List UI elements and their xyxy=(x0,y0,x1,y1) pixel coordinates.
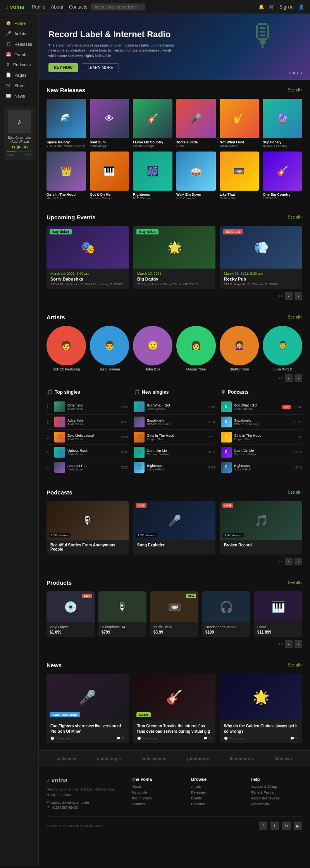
event-card[interactable]: 🎭 Buy ticket March 14, 2021, 8:00 pm Sor… xyxy=(46,226,129,289)
top-single-row[interactable]: 4🎵Upbeat RockAudioPizza5:42 xyxy=(46,445,128,460)
product-card[interactable]: 🎙 Microphone R4 $799 xyxy=(98,591,146,637)
footer-link[interactable]: Pricing plans xyxy=(132,796,183,800)
footer-link[interactable]: My profile xyxy=(132,790,183,794)
footer-link[interactable]: Podcasts xyxy=(191,802,243,806)
sidebar-item-podcasts[interactable]: 🎙Podcasts xyxy=(0,60,38,70)
footer-link[interactable]: Releases xyxy=(191,790,243,794)
podcast-list-row[interactable]: 🎙Got What I GotJason AldeanLIVE58:45 xyxy=(221,400,302,415)
nav-profile[interactable]: Profile xyxy=(32,4,45,10)
slide-prev-arrow[interactable]: ‹ xyxy=(297,70,299,76)
event-badge[interactable]: Sold out xyxy=(223,229,243,234)
release-card[interactable]: 👁Said SumMoneybagg xyxy=(90,99,129,148)
events-prev-arrow[interactable]: ‹ xyxy=(285,292,293,300)
notification-icon[interactable]: 🔔 xyxy=(258,4,264,10)
event-badge[interactable]: Buy ticket xyxy=(136,229,158,234)
social-button-twitter[interactable]: t xyxy=(270,822,279,830)
social-button-youtube[interactable]: ▶ xyxy=(294,822,302,830)
podcast-card[interactable]: 🎵 LIVE 3.0K viewers Broken Record xyxy=(220,501,302,555)
event-card[interactable]: 🌟 Buy ticket March 15, 2021 Big Daddy 71… xyxy=(133,226,215,289)
slide-next-arrow[interactable]: › xyxy=(300,70,302,76)
podcast-card[interactable]: 🎤 LIVE 1.7K viewers Song Exploder xyxy=(133,501,215,555)
sidebar-item-pages[interactable]: 📄Pages xyxy=(0,70,38,80)
sidebar-item-home[interactable]: 🏠Home xyxy=(0,18,38,28)
nav-about[interactable]: About xyxy=(51,4,63,10)
news-card[interactable]: 🎸 Music Tom Grennan 'breaks the internet… xyxy=(133,674,215,743)
artists-prev-arrow[interactable]: ‹ xyxy=(285,374,293,382)
top-single-row[interactable]: 1🎵CinematicAudioPizza2:05 xyxy=(46,400,128,415)
player-controls[interactable]: ⏮ ▶ ⏭ xyxy=(7,144,31,150)
release-card[interactable]: 🎤Tootsie SlideDrake xyxy=(176,99,216,148)
release-card[interactable]: 📼Like ThatStafflon Don xyxy=(220,152,259,200)
user-icon[interactable]: 👤 xyxy=(298,4,304,10)
top-single-row[interactable]: 5🎵Ambient PopAudioPizza3:02 xyxy=(46,460,128,475)
footer-link[interactable]: Supported devices xyxy=(251,796,302,800)
sidebar-item-news[interactable]: 📰News xyxy=(0,91,38,101)
nav-logo[interactable]: ♪ volna xyxy=(6,4,24,10)
release-card[interactable]: 🥁Walk Em DownNLE Choppa xyxy=(176,152,216,200)
release-card[interactable]: 🎸One Big CountryLOCASH xyxy=(263,152,302,200)
news-see-all[interactable]: See all › xyxy=(288,663,302,667)
play-button[interactable]: ▶ xyxy=(17,144,21,150)
footer-link[interactable]: Account & Billing xyxy=(251,785,302,789)
top-single-row[interactable]: 3🎵Epic MotivationalAudioPizza5:30 xyxy=(46,430,128,445)
release-card[interactable]: 🎹Got It On MeSummer Walker xyxy=(90,152,129,200)
new-single-row[interactable]: 🎵RighteousJuice WRLD5:04 xyxy=(134,460,215,475)
artists-see-all[interactable]: See all › xyxy=(288,315,302,319)
product-card[interactable]: 🎧 Headphones Z8-991 $199 xyxy=(202,591,250,637)
new-single-row[interactable]: 🎵Got What I GotJason Aldean2:58 xyxy=(134,400,215,415)
artists-next-arrow[interactable]: › xyxy=(294,374,302,382)
podcast-list-row[interactable]: 🎙RighteousJuice WRLD51:41 xyxy=(221,460,302,475)
release-card[interactable]: 🎷Got What I GotJason Aldean xyxy=(220,99,259,148)
footer-link[interactable]: Contacts xyxy=(132,802,183,806)
slide-dot-1[interactable] xyxy=(289,72,291,74)
podcast-list-row[interactable]: 🎙Girls In The HoodMegan Thee33:78 xyxy=(221,430,302,445)
products-next-arrow[interactable]: › xyxy=(294,640,302,648)
sidebar-item-artists[interactable]: 🎤Artists xyxy=(0,28,38,39)
products-prev-arrow[interactable]: ‹ xyxy=(285,640,293,648)
artist-card[interactable]: 🧑BENEE Featuring xyxy=(46,326,86,371)
release-card[interactable]: 🎸I Love My CountryFlorida Georgia xyxy=(133,99,172,148)
social-button-linkedin[interactable]: in xyxy=(282,822,291,830)
product-card[interactable]: 🎹 Piano $11 899 xyxy=(254,591,302,637)
event-card[interactable]: 💨 Sold out March 23, 2021, 5:30 pm Rocky… xyxy=(220,226,302,289)
podcast-list-row[interactable]: 🎙SupalonelyBENEE Featuring19:02 xyxy=(221,415,302,430)
signin-button[interactable]: Sign in xyxy=(279,4,294,10)
events-see-all[interactable]: See all › xyxy=(288,215,302,219)
footer-link[interactable]: Plans & Pricing xyxy=(251,790,302,794)
product-card[interactable]: 📼 New Music Blank $3.99 xyxy=(150,591,198,637)
sidebar-item-store[interactable]: 🛒Store xyxy=(0,80,38,91)
release-card[interactable]: 🌊Space MelodyVIZE & Alan Walker & Linny xyxy=(46,99,86,148)
footer-link[interactable]: Events xyxy=(191,796,243,800)
news-card[interactable]: 🌟 Why do the Golden Globes always get it… xyxy=(220,674,302,743)
cart-icon[interactable]: 🛒 xyxy=(269,4,275,10)
nav-contacts[interactable]: Contacts xyxy=(69,4,87,10)
sidebar-item-releases[interactable]: 🎵Releases xyxy=(0,39,38,49)
podcasts-see-all[interactable]: See all › xyxy=(288,490,302,494)
social-button-facebook[interactable]: f xyxy=(259,822,267,830)
prev-button[interactable]: ⏮ xyxy=(10,144,15,150)
news-card[interactable]: 🎤 Watch backstage Foo Fighters share new… xyxy=(46,674,129,743)
podcast-card[interactable]: 🎙 3.5K viewers Beautiful Stories From An… xyxy=(46,501,129,555)
release-card[interactable]: 🎆RighteousNLE Choppa xyxy=(133,152,172,200)
podcast-list-row[interactable]: 🎙Got It On MeSummer Walker44:27 xyxy=(221,445,302,460)
podcasts-next-arrow[interactable]: › xyxy=(294,558,302,565)
new-single-row[interactable]: 🎵SupalonelyBENEE Featuring3:14 xyxy=(134,415,215,430)
next-button[interactable]: ⏭ xyxy=(23,144,28,150)
event-badge[interactable]: Buy ticket xyxy=(50,229,72,234)
sidebar-item-events[interactable]: 📅Events xyxy=(0,49,38,60)
footer-link[interactable]: Accessibility xyxy=(251,802,302,806)
products-see-all[interactable]: See all › xyxy=(288,580,302,585)
product-card[interactable]: 💿 Sale Vinyl Player $1 099 xyxy=(46,591,95,637)
artist-card[interactable]: 🙂John Doe xyxy=(133,326,172,371)
artist-card[interactable]: 👩Megan Thee xyxy=(176,326,216,371)
new-releases-see-all[interactable]: See all › xyxy=(288,88,302,92)
artist-card[interactable]: 👨‍🦱Juice WRLD xyxy=(263,326,302,371)
footer-link[interactable]: Artists xyxy=(191,785,243,789)
footer-link[interactable]: About xyxy=(132,785,183,789)
release-card[interactable]: 🔮SupalonelyBENEE Featuring xyxy=(263,99,302,148)
artist-card[interactable]: 👩‍🦱Stefflon Don xyxy=(220,326,259,371)
podcasts-prev-arrow[interactable]: ‹ xyxy=(285,558,293,565)
artist-card[interactable]: 👨Jason Aldean xyxy=(90,326,129,371)
learn-more-button[interactable]: LEARN MORE xyxy=(82,63,119,72)
new-single-row[interactable]: 🎵Got It On MeSummer Walker4:12 xyxy=(134,445,215,460)
